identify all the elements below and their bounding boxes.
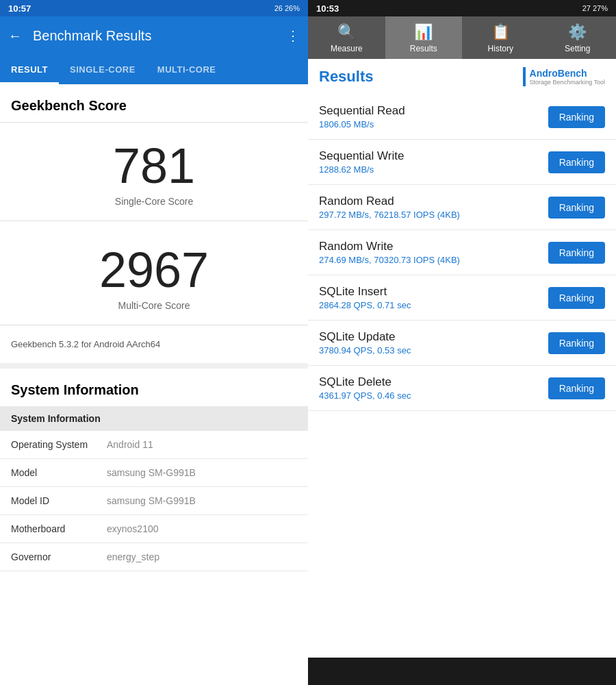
bottom-bar <box>308 658 616 685</box>
nav-label-setting: Setting <box>565 44 590 53</box>
geekbench-version: Geekbench 5.3.2 for Android AArch64 <box>0 331 308 369</box>
single-core-label: Single-Core Score <box>11 196 297 207</box>
results-header: Results AndroBench Storage Benchmarking … <box>308 59 616 95</box>
nav-tab-setting[interactable]: ⚙️ Setting <box>539 16 617 59</box>
info-value: exynos2100 <box>107 523 297 534</box>
notification-badge: 26 <box>274 4 283 12</box>
bench-items-container: Sequential Read 1806.05 MB/s Ranking Seq… <box>308 95 616 411</box>
table-row: Motherboard exynos2100 <box>0 515 308 543</box>
system-info-title: System Information <box>0 369 308 406</box>
list-item: SQLite Insert 2864.28 QPS, 0.71 sec Rank… <box>308 275 616 321</box>
bench-value: 274.69 MB/s, 70320.73 IOPS (4KB) <box>319 255 548 265</box>
bench-value: 1806.05 MB/s <box>319 119 548 129</box>
logo-sub-text: Storage Benchmarking Tool <box>530 79 605 86</box>
right-status-icons: 27 27% <box>582 4 608 12</box>
multi-core-score: 2967 <box>11 243 297 297</box>
divider-1 <box>0 221 308 221</box>
back-button[interactable]: ← <box>8 28 22 44</box>
single-core-score: 781 <box>11 139 297 193</box>
bench-name: Sequential Read <box>319 104 548 118</box>
ranking-button[interactable]: Ranking <box>548 151 605 173</box>
list-item: Random Read 297.72 MB/s, 76218.57 IOPS (… <box>308 185 616 230</box>
bench-info: SQLite Insert 2864.28 QPS, 0.71 sec <box>319 285 548 310</box>
left-time: 10:57 <box>8 3 31 14</box>
nav-label-results: Results <box>410 44 437 53</box>
tab-multi-core[interactable]: MULTI-CORE <box>146 55 227 84</box>
history-icon: 📋 <box>491 23 510 41</box>
androbench-logo: AndroBench Storage Benchmarking Tool <box>523 67 605 86</box>
logo-bar-decoration <box>523 67 526 86</box>
list-item: Random Write 274.69 MB/s, 70320.73 IOPS … <box>308 230 616 275</box>
ranking-button[interactable]: Ranking <box>548 332 605 354</box>
nav-label-history: History <box>488 44 513 53</box>
single-core-block: 781 Single-Core Score <box>0 123 308 215</box>
right-panel: 10:53 27 27% 🔍 Measure 📊 Results 📋 Histo… <box>308 0 616 685</box>
nav-label-measure: Measure <box>331 44 363 53</box>
info-label: Model <box>11 467 107 478</box>
info-table: System Information Operating System Andr… <box>0 406 308 571</box>
bench-name: Random Read <box>319 195 548 208</box>
right-battery: 27% <box>593 4 608 12</box>
ranking-button[interactable]: Ranking <box>548 106 605 128</box>
tabs-bar: RESULT SINGLE-CORE MULTI-CORE <box>0 55 308 84</box>
ranking-button[interactable]: Ranking <box>548 377 605 399</box>
ranking-button[interactable]: Ranking <box>548 197 605 219</box>
info-label: Motherboard <box>11 523 107 534</box>
results-icon: 📊 <box>414 23 433 41</box>
info-value: samsung SM-G991B <box>107 467 297 478</box>
info-label: Model ID <box>11 495 107 506</box>
right-notification-badge: 27 <box>582 4 591 12</box>
bench-value: 4361.97 QPS, 0.46 sec <box>319 390 548 401</box>
logo-main-text: AndroBench <box>530 68 605 79</box>
tab-single-core[interactable]: SINGLE-CORE <box>59 55 146 84</box>
bench-name: SQLite Delete <box>319 375 548 389</box>
bench-list: Sequential Read 1806.05 MB/s Ranking Seq… <box>308 95 616 658</box>
table-row: Model ID samsung SM-G991B <box>0 487 308 515</box>
status-bar-left: 10:57 26 26% <box>0 0 308 16</box>
left-status-icons: 26 26% <box>274 4 300 12</box>
bench-info: Random Write 274.69 MB/s, 70320.73 IOPS … <box>319 240 548 265</box>
info-rows-container: Operating System Android 11 Model samsun… <box>0 431 308 571</box>
nav-tab-results[interactable]: 📊 Results <box>385 16 463 59</box>
multi-core-block: 2967 Multi-Core Score <box>0 227 308 319</box>
table-row: Governor energy_step <box>0 543 308 571</box>
info-label: Governor <box>11 551 107 562</box>
bench-value: 3780.94 QPS, 0.53 sec <box>319 345 548 356</box>
tab-result[interactable]: RESULT <box>0 55 59 84</box>
right-time: 10:53 <box>316 3 339 14</box>
bench-value: 2864.28 QPS, 0.71 sec <box>319 300 548 310</box>
list-item: Sequential Write 1288.62 MB/s Ranking <box>308 140 616 185</box>
nav-tab-measure[interactable]: 🔍 Measure <box>308 16 385 59</box>
nav-tabs: 🔍 Measure 📊 Results 📋 History ⚙️ Setting <box>308 16 616 59</box>
bench-name: SQLite Update <box>319 330 548 344</box>
app-bar: ← Benchmark Results ⋮ <box>0 16 308 55</box>
more-button[interactable]: ⋮ <box>286 27 300 44</box>
left-panel: 10:57 26 26% ← Benchmark Results ⋮ RESUL… <box>0 0 308 685</box>
ranking-button[interactable]: Ranking <box>548 242 605 264</box>
table-row: Model samsung SM-G991B <box>0 459 308 487</box>
results-title: Results <box>319 68 373 86</box>
logo-text: AndroBench Storage Benchmarking Tool <box>530 68 605 86</box>
battery-left: 26% <box>285 4 300 12</box>
bench-info: SQLite Delete 4361.97 QPS, 0.46 sec <box>319 375 548 401</box>
multi-core-label: Multi-Core Score <box>11 300 297 311</box>
bench-info: SQLite Update 3780.94 QPS, 0.53 sec <box>319 330 548 356</box>
bench-name: Sequential Write <box>319 149 548 163</box>
bench-value: 297.72 MB/s, 76218.57 IOPS (4KB) <box>319 210 548 220</box>
content-area: Geekbench Score 781 Single-Core Score 29… <box>0 84 308 685</box>
bench-info: Sequential Read 1806.05 MB/s <box>319 104 548 129</box>
bench-info: Sequential Write 1288.62 MB/s <box>319 149 548 175</box>
bench-name: Random Write <box>319 240 548 253</box>
info-value: samsung SM-G991B <box>107 495 297 506</box>
setting-icon: ⚙️ <box>568 23 587 41</box>
measure-icon: 🔍 <box>337 23 356 41</box>
info-table-header: System Information <box>0 406 308 431</box>
ranking-button[interactable]: Ranking <box>548 287 605 309</box>
page-title: Benchmark Results <box>33 28 275 44</box>
bench-value: 1288.62 MB/s <box>319 164 548 175</box>
table-row: Operating System Android 11 <box>0 431 308 459</box>
divider-2 <box>0 325 308 325</box>
nav-tab-history[interactable]: 📋 History <box>462 16 539 59</box>
list-item: Sequential Read 1806.05 MB/s Ranking <box>308 95 616 140</box>
info-value: energy_step <box>107 551 297 562</box>
